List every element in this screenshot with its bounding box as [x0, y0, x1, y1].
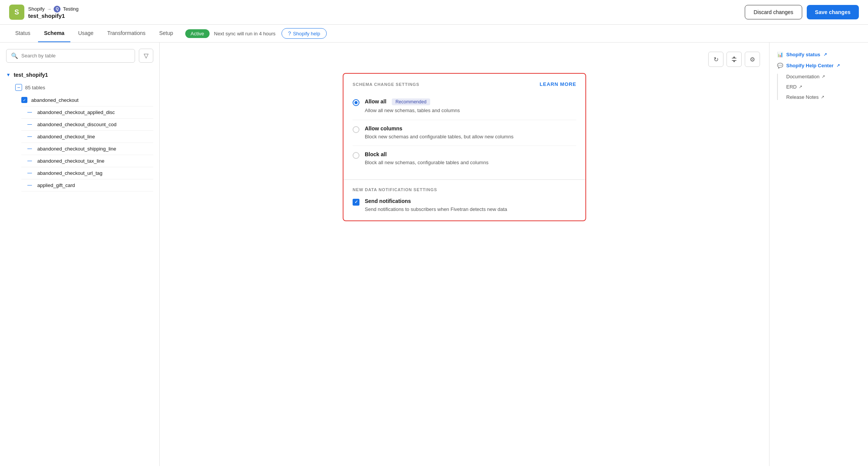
notification-settings-section: NEW DATA NOTIFICATION SETTINGS Send noti…: [343, 180, 585, 221]
header-left: S Shopify → Q Testing test_shopify1: [9, 5, 79, 20]
radio-allow-columns[interactable]: [353, 126, 359, 133]
discard-changes-button[interactable]: Discard changes: [745, 5, 802, 19]
notification-option: Send notifications Send notifications to…: [353, 198, 576, 213]
table-name: abandoned_checkout: [31, 97, 78, 103]
tab-setup[interactable]: Setup: [153, 25, 180, 42]
external-link-icon: ↗: [836, 63, 840, 68]
sub-link-documentation[interactable]: Documentation ↗: [786, 74, 860, 79]
split-button[interactable]: [727, 52, 742, 67]
breadcrumb-testing: Testing: [63, 6, 78, 12]
tree-line: [27, 185, 32, 185]
right-panel: 📊 Shopify status ↗ 💬 Shopify Help Center…: [769, 43, 868, 466]
filter-icon: ▽: [144, 52, 148, 59]
tree-line: [27, 124, 32, 125]
header-actions: Discard changes Save changes: [745, 5, 859, 19]
table-row: abandoned_checkout_shipping_line: [21, 143, 153, 155]
tree-line: [27, 149, 32, 149]
tree-expand-icon[interactable]: ▼: [6, 72, 11, 78]
breadcrumb-shopify: Shopify: [28, 6, 45, 12]
radio-allow-all[interactable]: [353, 99, 359, 106]
table-checkbox[interactable]: [21, 97, 27, 103]
notif-section-title: NEW DATA NOTIFICATION SETTINGS: [353, 187, 576, 192]
table-row: abandoned_checkout_tax_line: [21, 155, 153, 167]
radio-label: Allow all Recommended: [365, 98, 460, 105]
radio-description: Block new schemas and configurable table…: [365, 133, 513, 141]
tree-line: [27, 173, 32, 173]
tree-line: [27, 112, 32, 112]
status-badge: Active: [185, 29, 209, 38]
external-icon: ↗: [821, 95, 824, 100]
settings-icon: ⚙: [750, 56, 755, 63]
table-row: applied_gift_card: [21, 179, 153, 192]
settings-panel: SCHEMA CHANGE SETTINGS Learn more Allow …: [343, 73, 586, 221]
chart-icon: 📊: [777, 52, 783, 57]
svg-marker-3: [733, 61, 735, 62]
learn-more-link[interactable]: Learn more: [540, 81, 576, 87]
radio-option-content: Block all Block all new schemas, configu…: [365, 151, 488, 166]
save-changes-button[interactable]: Save changes: [807, 5, 859, 19]
table-name: abandoned_checkout_tax_line: [37, 158, 104, 164]
help-btn-label: Shopify help: [293, 31, 320, 36]
sync-info: Next sync will run in 4 hours: [214, 31, 276, 36]
shopify-logo: S: [9, 5, 24, 20]
radio-option-allow-all: Allow all Recommended Allow all new sche…: [353, 93, 576, 120]
table-name: abandoned_checkout_line: [37, 134, 95, 139]
table-name: abandoned_checkout_shipping_line: [37, 146, 116, 152]
search-bar-row: 🔍 ▽: [0, 43, 159, 69]
content-area: ↻ ⚙ SCHEMA CHANGE SETTINGS Learn more: [160, 43, 769, 466]
source-name: test_shopify1: [28, 13, 79, 19]
radio-block-all[interactable]: [353, 152, 359, 159]
header-title-col: Shopify → Q Testing test_shopify1: [28, 6, 79, 19]
collapse-tables-button[interactable]: −: [15, 84, 22, 91]
table-row: abandoned_checkout_url_tag: [21, 167, 153, 179]
table-name: abandoned_checkout_discount_cod: [37, 122, 116, 127]
shopify-help-center-link[interactable]: 💬 Shopify Help Center ↗: [777, 63, 860, 68]
sub-links: Documentation ↗ ERD ↗ Release Notes ↗: [777, 74, 860, 100]
radio-option-allow-columns: Allow columns Block new schemas and conf…: [353, 120, 576, 146]
tree-line: [27, 136, 32, 137]
notif-option-content: Send notifications Send notifications to…: [365, 198, 507, 213]
radio-option-block-all: Block all Block all new schemas, configu…: [353, 146, 576, 172]
sub-link-release-notes[interactable]: Release Notes ↗: [786, 94, 860, 100]
radio-label: Allow columns: [365, 125, 513, 132]
tree-db-name: test_shopify1: [14, 72, 48, 78]
radio-description: Block all new schemas, configurable tabl…: [365, 159, 488, 166]
filter-button[interactable]: ▽: [139, 49, 153, 63]
external-link-icon: ↗: [823, 52, 827, 57]
breadcrumb-q-icon: Q: [54, 6, 60, 13]
table-row: abandoned_checkout_line: [21, 131, 153, 143]
radio-description: Allow all new schemas, tables and column…: [365, 107, 460, 114]
shopify-help-button[interactable]: ? Shopify help: [281, 28, 326, 39]
tree-items: abandoned_checkout abandoned_checkout_ap…: [6, 94, 153, 192]
refresh-button[interactable]: ↻: [708, 52, 723, 67]
toolbar-row: ↻ ⚙: [169, 52, 760, 67]
tree-sub: − 85 tables: [6, 81, 153, 94]
tree-line: [27, 161, 32, 161]
external-icon: ↗: [799, 84, 802, 89]
search-input-wrap[interactable]: 🔍: [6, 49, 135, 63]
notif-label: Send notifications: [365, 198, 507, 204]
radio-option-content: Allow columns Block new schemas and conf…: [365, 125, 513, 141]
send-notifications-checkbox[interactable]: [353, 199, 359, 206]
main-layout: 🔍 ▽ ▼ test_shopify1 − 85 tables abandone…: [0, 43, 868, 466]
tab-status[interactable]: Status: [9, 25, 37, 42]
search-input[interactable]: [21, 53, 130, 59]
table-name: applied_gift_card: [37, 182, 75, 188]
tree: ▼ test_shopify1 − 85 tables abandoned_ch…: [0, 69, 159, 192]
tab-transformations[interactable]: Transformations: [101, 25, 152, 42]
tab-schema[interactable]: Schema: [38, 25, 71, 42]
schema-section-title-row: SCHEMA CHANGE SETTINGS Learn more: [353, 81, 576, 87]
tab-usage[interactable]: Usage: [72, 25, 99, 42]
radio-label: Block all: [365, 151, 488, 157]
nav-tabs: Status Schema Usage Transformations Setu…: [0, 25, 868, 43]
schema-change-settings-section: SCHEMA CHANGE SETTINGS Learn more Allow …: [343, 74, 585, 179]
svg-marker-2: [733, 56, 735, 58]
shopify-status-link[interactable]: 📊 Shopify status ↗: [777, 52, 860, 57]
settings-button[interactable]: ⚙: [745, 52, 760, 67]
table-row: abandoned_checkout_applied_disc: [21, 106, 153, 119]
table-name: abandoned_checkout_applied_disc: [37, 109, 115, 115]
breadcrumb: Shopify → Q Testing: [28, 6, 79, 13]
split-icon: [731, 56, 737, 62]
sub-link-erd[interactable]: ERD ↗: [786, 84, 860, 90]
tables-count: 85 tables: [25, 85, 45, 90]
